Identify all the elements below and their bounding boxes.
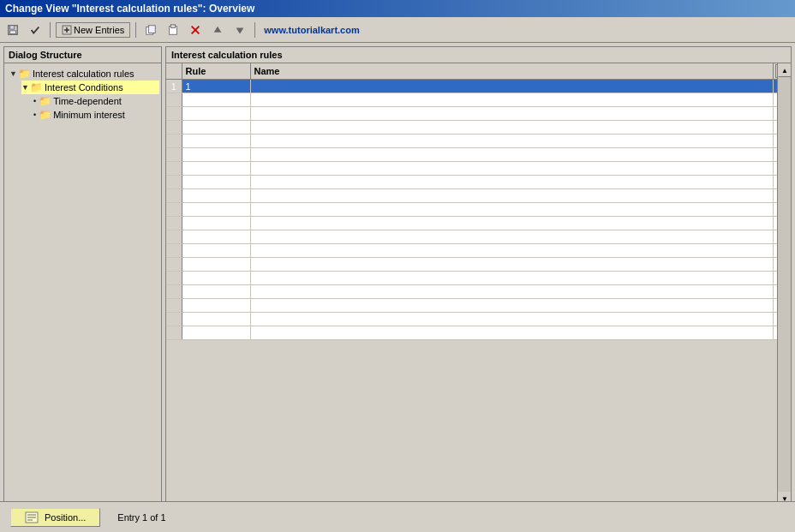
save-button[interactable]	[3, 21, 22, 39]
move-down-button[interactable]	[230, 21, 249, 39]
svg-rect-7	[149, 25, 156, 33]
table-row[interactable]	[166, 299, 791, 313]
tree-arrow-1: ▼	[9, 69, 17, 78]
th-name: Name	[250, 63, 774, 80]
cell-empty[interactable]	[182, 93, 250, 107]
scroll-up-button[interactable]: ▲	[778, 63, 791, 77]
tree-area: ▼ 📁 Interest calculation rules ▼ 📁 Inter…	[4, 63, 161, 505]
table-container: Interest calculation rules Rule Name	[165, 46, 792, 522]
cell-name-1[interactable]	[250, 80, 774, 93]
row-header-empty	[166, 93, 182, 107]
table-row[interactable]	[166, 326, 791, 340]
table-row[interactable]	[166, 162, 791, 176]
tree-arrow-2: ▼	[21, 83, 29, 92]
table-row[interactable]	[166, 93, 791, 107]
table-row[interactable]	[166, 285, 791, 299]
cell-empty-2[interactable]	[250, 93, 774, 107]
table-row[interactable]	[166, 148, 791, 162]
separator-2	[135, 22, 136, 38]
tree-item-interest-calc-rules[interactable]: ▼ 📁 Interest calculation rules	[9, 67, 159, 81]
new-entries-label: New Entries	[74, 25, 124, 35]
delete-button[interactable]	[186, 21, 205, 39]
tree-item-interest-conditions[interactable]: ▼ 📁 Interest Conditions	[21, 81, 159, 94]
table-row[interactable]	[166, 258, 791, 272]
table-row[interactable]	[166, 203, 791, 217]
table-scrollbar-vertical: ▲ ▼	[777, 63, 791, 505]
tree-item-minimum-interest[interactable]: • 📁 Minimum interest	[33, 108, 159, 122]
folder-icon-1: 📁	[18, 68, 31, 80]
check-button[interactable]	[26, 21, 45, 39]
tree-label-interest-conditions: Interest Conditions	[45, 82, 123, 93]
tree-label-time-dependent: Time-dependent	[53, 96, 122, 106]
table-row[interactable]	[166, 176, 791, 189]
table-row[interactable]	[166, 272, 791, 285]
paste-button[interactable]	[164, 21, 182, 39]
svg-rect-2	[10, 30, 16, 33]
table-wrapper: Rule Name 1 1	[166, 63, 791, 505]
row-header-1: 1	[166, 80, 182, 93]
copy-button[interactable]	[141, 21, 160, 39]
dialog-structure-title: Dialog Structure	[4, 47, 161, 63]
separator-3	[254, 22, 255, 38]
watermark-text: www.tutorialkart.com	[264, 25, 359, 35]
folder-icon-3: 📁	[39, 95, 51, 107]
separator-1	[50, 22, 51, 38]
table-row[interactable]	[166, 189, 791, 203]
position-button-label: Position...	[45, 512, 86, 523]
bullet-2: •	[33, 111, 36, 119]
table-row[interactable]	[166, 230, 791, 244]
tree-label-interest-calc-rules: Interest calculation rules	[33, 69, 134, 79]
right-panel: Interest calculation rules Rule Name	[165, 46, 792, 522]
entry-info: Entry 1 of 1	[117, 512, 165, 523]
svg-rect-1	[10, 25, 15, 28]
main-area: Dialog Structure ▼ 📁 Interest calculatio…	[0, 43, 795, 525]
data-table: Rule Name 1 1	[166, 63, 791, 340]
table-row[interactable]	[166, 107, 791, 121]
table-row[interactable]	[166, 121, 791, 134]
folder-icon-4: 📁	[39, 109, 51, 121]
svg-rect-9	[171, 24, 176, 27]
th-row-header	[166, 63, 182, 80]
cell-rule-1[interactable]: 1	[182, 80, 250, 93]
bullet-1: •	[33, 97, 36, 105]
svg-marker-12	[214, 26, 222, 32]
title-text: Change View "Interest calculation rules"…	[5, 3, 254, 15]
title-bar: Change View "Interest calculation rules"…	[0, 0, 795, 17]
tree-item-time-dependent[interactable]: • 📁 Time-dependent	[33, 94, 159, 108]
svg-marker-13	[236, 27, 244, 33]
table-row[interactable]	[166, 134, 791, 148]
move-up-button[interactable]	[208, 21, 227, 39]
table-title: Interest calculation rules	[166, 47, 791, 63]
table-row[interactable]	[166, 244, 791, 258]
scroll-track[interactable]	[778, 77, 791, 492]
table-row[interactable]	[166, 313, 791, 326]
new-entries-button[interactable]: New Entries	[56, 22, 130, 38]
tree-label-minimum-interest: Minimum interest	[53, 110, 125, 120]
bottom-bar: Position... Entry 1 of 1	[0, 501, 795, 532]
folder-icon-2: 📁	[30, 81, 43, 93]
toolbar: New Entries www.tutorialkart.com	[0, 17, 795, 43]
left-panel: Dialog Structure ▼ 📁 Interest calculatio…	[3, 46, 162, 522]
position-button[interactable]: Position...	[10, 508, 100, 527]
table-row[interactable]: 1 1	[166, 80, 791, 93]
th-rule: Rule	[182, 63, 250, 80]
table-row[interactable]	[166, 217, 791, 230]
